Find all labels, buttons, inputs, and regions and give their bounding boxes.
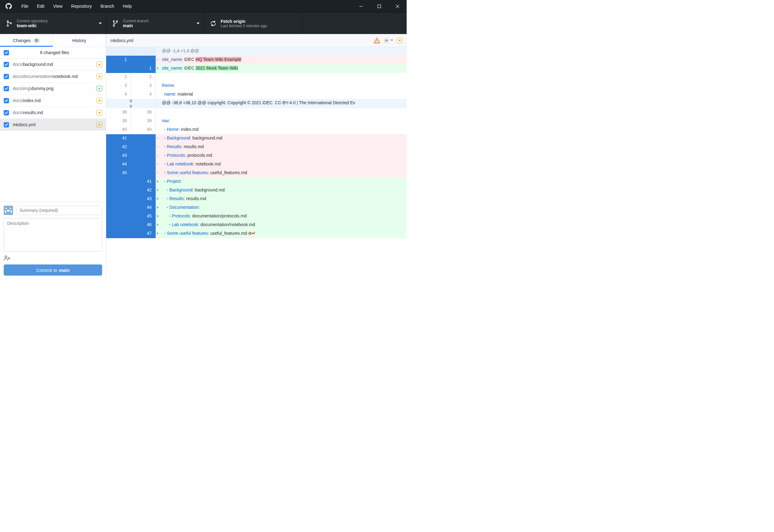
file-row[interactable]: docs\results.md: [0, 107, 106, 119]
maximize-button[interactable]: [370, 0, 389, 12]
menu-view[interactable]: View: [49, 0, 67, 12]
svg-rect-10: [6, 208, 7, 209]
file-row[interactable]: docs\background.md: [0, 58, 106, 71]
menu-help[interactable]: Help: [118, 0, 136, 12]
sidebar: Changes 6 History 6 changed files docs\b…: [0, 34, 106, 279]
diff-row: 45+ - Protocols: documentation/protocols…: [106, 212, 407, 221]
diff-row: 3838: [106, 108, 407, 117]
branch-icon: [111, 20, 120, 27]
diff-row: 43+ - Results: results.md: [106, 195, 407, 204]
toolbar: Current repository team-wiki Current bra…: [0, 12, 407, 34]
chevron-down-icon: [192, 23, 204, 24]
add-coauthor-button[interactable]: [4, 255, 102, 261]
tab-history-label: History: [72, 38, 86, 43]
diff-row: 1-site_name: iDEC HQ Team Wiki Example: [106, 56, 407, 64]
diff-view[interactable]: @@ -1,4 +1,4 @@1-site_name: iDEC HQ Team…: [106, 47, 407, 279]
file-row[interactable]: docs\img\dummy.png+: [0, 83, 106, 95]
expand-up-icon[interactable]: [129, 105, 133, 108]
svg-point-4: [7, 20, 9, 22]
minimize-button[interactable]: [352, 0, 370, 12]
diff-row: 4040 - Home: index.md: [106, 126, 407, 134]
svg-rect-14: [11, 210, 12, 213]
tab-history[interactable]: History: [53, 34, 106, 47]
file-row[interactable]: docs\index.md: [0, 95, 106, 107]
svg-point-7: [113, 20, 115, 22]
changes-header: 6 changed files: [0, 47, 106, 58]
svg-point-20: [386, 40, 388, 41]
file-name: docs\background.md: [13, 62, 93, 67]
menu-file[interactable]: File: [17, 0, 33, 12]
warning-icon[interactable]: [374, 38, 380, 43]
modified-icon: [97, 62, 102, 67]
file-name: docs\index.md: [13, 98, 93, 103]
file-name: docs\img\dummy.png: [13, 86, 93, 91]
tab-changes[interactable]: Changes 6: [0, 34, 53, 47]
diff-row: 44+ - Documentation:: [106, 204, 407, 212]
diff-row: 47+ - Some useful features: useful_featu…: [106, 230, 407, 238]
diff-row: 45- - Some useful features: useful_featu…: [106, 169, 407, 178]
diff-row: 42- - Results: results.md: [106, 143, 407, 152]
fetch-button[interactable]: Fetch origin Last fetched 3 minutes ago: [204, 13, 302, 34]
commit-button[interactable]: Commit to main: [4, 264, 102, 276]
svg-point-5: [7, 25, 9, 26]
file-checkbox[interactable]: [4, 86, 9, 91]
avatar: [4, 206, 13, 215]
chevron-down-icon: [95, 23, 106, 24]
diff-row: 3939nav:: [106, 117, 407, 126]
svg-point-19: [376, 42, 377, 42]
branch-selector[interactable]: Current branch main: [106, 13, 204, 34]
diff-row: 41+ - Project:: [106, 178, 407, 186]
svg-rect-13: [5, 210, 6, 213]
svg-point-15: [5, 256, 7, 258]
select-all-checkbox[interactable]: [4, 50, 9, 55]
file-checkbox[interactable]: [4, 74, 9, 79]
svg-rect-1: [378, 5, 381, 8]
file-name: docs\documentation\notebook.md: [13, 74, 93, 79]
menu-edit[interactable]: Edit: [33, 0, 49, 12]
summary-input[interactable]: [16, 206, 102, 215]
svg-point-9: [116, 20, 118, 22]
modified-icon: [97, 110, 102, 115]
settings-button[interactable]: [384, 38, 393, 43]
diff-row: @@ -38,8 +38,10 @@ copyright: Copyright …: [106, 99, 407, 108]
file-checkbox[interactable]: [4, 98, 9, 103]
menu-bar: FileEditViewRepositoryBranchHelp: [17, 0, 136, 12]
description-input[interactable]: [4, 218, 102, 251]
commit-form: Commit to main: [0, 202, 106, 279]
repo-selector[interactable]: Current repository team-wiki: [0, 13, 106, 34]
menu-branch[interactable]: Branch: [96, 0, 118, 12]
svg-rect-12: [7, 210, 10, 212]
file-row[interactable]: docs\documentation\notebook.md: [0, 71, 106, 83]
branch-value: main: [123, 23, 192, 28]
svg-point-8: [113, 25, 115, 26]
svg-rect-11: [10, 208, 11, 209]
diff-row: 33theme:: [106, 82, 407, 90]
file-checkbox[interactable]: [4, 122, 9, 127]
expand-down-icon[interactable]: [129, 99, 133, 103]
tab-changes-label: Changes: [13, 38, 31, 43]
sync-icon: [209, 20, 217, 27]
diff-row: 1+site_name: iDEC 2021 Mock Team Wiki: [106, 64, 407, 73]
file-checkbox[interactable]: [4, 110, 9, 115]
diff-row: 41- - Background: background.md: [106, 134, 407, 143]
file-checkbox[interactable]: [4, 62, 9, 67]
menu-repository[interactable]: Repository: [67, 0, 96, 12]
diff-row: 44- - Lab notebook: notebook.md: [106, 160, 407, 169]
modified-icon: [97, 74, 102, 79]
no-newline-icon: ⊘↵: [248, 231, 256, 236]
repo-label: Current repository: [17, 19, 95, 23]
close-button[interactable]: [389, 0, 407, 12]
diff-row: 44 name: material: [106, 90, 407, 99]
diff-row: 46+ - Lab notebook: documentation/notebo…: [106, 221, 407, 230]
repo-value: team-wiki: [17, 23, 95, 28]
repo-icon: [5, 20, 14, 27]
diff-row: 42+ - Background: background.md: [106, 186, 407, 195]
file-row[interactable]: mkdocs.yml: [0, 119, 106, 131]
fetch-value: Last fetched 3 minutes ago: [221, 24, 302, 28]
modified-icon: [97, 98, 102, 103]
file-bar: mkdocs.yml: [106, 34, 407, 47]
commit-button-branch: main: [59, 268, 70, 273]
open-file-name: mkdocs.yml: [110, 38, 374, 43]
diff-row: @@ -1,4 +1,4 @@: [106, 47, 407, 56]
diff-row: 22: [106, 73, 407, 82]
